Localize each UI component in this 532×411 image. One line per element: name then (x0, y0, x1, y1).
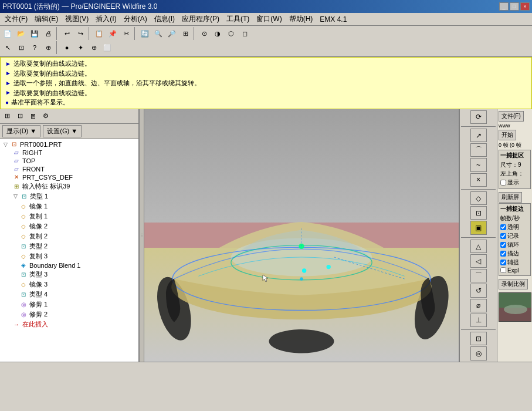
tb-orient[interactable]: ⊙ (198, 27, 211, 40)
rp-btn-7[interactable]: ⊡ (470, 206, 487, 220)
fr-record-check[interactable] (500, 233, 506, 239)
menu-emx[interactable]: EMX 4.1 (316, 14, 350, 25)
lt-btn-4[interactable]: ⚙ (40, 110, 52, 122)
tree-type2[interactable]: ⊡ 类型 2 (1, 241, 137, 251)
tb-copy[interactable]: 📋 (93, 27, 106, 40)
tree-top[interactable]: ▱ TOP (1, 157, 137, 165)
menu-insert[interactable]: 插入(I) (92, 13, 120, 25)
tree-mirror2[interactable]: ◇ 镜像 2 (1, 221, 137, 231)
arrow-icon-2: ► (5, 69, 11, 78)
menu-window[interactable]: 窗口(W) (253, 13, 285, 25)
rp-btn-15[interactable]: ⊡ (470, 332, 487, 345)
panel-resize-handle[interactable]: ⋮ (140, 109, 144, 362)
tree-mirror1[interactable]: ◇ 镜像 1 (1, 201, 137, 211)
tree-front[interactable]: ▱ FRONT (1, 165, 137, 173)
tree-insert[interactable]: → 在此插入 (1, 319, 137, 329)
fr-file-label[interactable]: 文件(F) (499, 111, 524, 122)
fr-record-button[interactable]: 录制比例 (499, 279, 528, 289)
rp-btn-12[interactable]: ↺ (470, 284, 487, 297)
tb-hidden[interactable]: ◻ (238, 27, 251, 40)
tree-mirror3[interactable]: ◇ 镜像 3 (1, 279, 137, 289)
tree-copy3[interactable]: ◇ 复制 3 (1, 251, 137, 261)
fr-frames-label: 0 帧 (0 帧 (499, 142, 521, 149)
rp-btn-3[interactable]: ⌒ (470, 143, 487, 157)
close-button[interactable]: × (520, 2, 530, 11)
menu-view[interactable]: 视图(V) (62, 13, 92, 25)
rp-btn-6[interactable]: ◇ (470, 191, 487, 205)
fr-capture2-title: 一捕捉边 (500, 205, 529, 213)
lt-btn-2[interactable]: ⊡ (14, 110, 26, 122)
menu-help[interactable]: 帮助(H) (286, 13, 317, 25)
tree-copy2[interactable]: ◇ 复制 2 (1, 231, 137, 241)
tb-print[interactable]: 🖨 (42, 27, 55, 40)
model-tree[interactable]: ▽ ⊡ PRT0001.PRT ▱ RIGHT ▱ TOP ▱ FRONT (0, 139, 138, 362)
rp-btn-9[interactable]: △ (470, 240, 487, 253)
tree-right[interactable]: ▱ RIGHT (1, 149, 137, 157)
tb-redo[interactable]: ↪ (74, 27, 87, 40)
tb-save[interactable]: 💾 (28, 27, 41, 40)
tree-trim2[interactable]: ◎ 修剪 2 (1, 309, 137, 319)
menu-file[interactable]: 文件(F) (1, 13, 31, 25)
fr-refresh-button[interactable]: 刷新屏 (499, 192, 522, 203)
tree-type1[interactable]: ▽ ⊡ 类型 1 (1, 191, 137, 201)
tb-zoom-in[interactable]: 🔍 (152, 27, 165, 40)
tree-root[interactable]: ▽ ⊡ PRT0001.PRT (1, 140, 137, 149)
rp-btn-4[interactable]: ~ (470, 158, 487, 171)
tb-csys[interactable]: ⊕ (87, 41, 100, 54)
tb-repaint[interactable]: 🔄 (138, 27, 151, 40)
fr-expl-check[interactable] (500, 267, 506, 273)
tb-query[interactable]: ? (28, 41, 41, 54)
lt-btn-3[interactable]: 🖹 (27, 110, 39, 122)
csys-icon: ✕ (12, 174, 21, 180)
rp-btn-10[interactable]: ◁ (470, 254, 487, 268)
rp-btn-11[interactable]: ⌒ (470, 269, 487, 282)
maximize-button[interactable]: □ (510, 2, 519, 11)
minimize-button[interactable]: _ (499, 2, 509, 11)
tb-shade[interactable]: ◑ (211, 27, 224, 40)
tree-type4[interactable]: ⊡ 类型 4 (1, 289, 137, 299)
tb-undo[interactable]: ↩ (60, 27, 73, 40)
fr-transparent-check[interactable] (500, 224, 506, 230)
rp-btn-1[interactable]: ⟳ (470, 110, 487, 124)
rp-btn-2[interactable]: ↗ (470, 129, 487, 142)
tb-new[interactable]: 📄 (1, 27, 14, 40)
tree-prt-csys[interactable]: ✕ PRT_CSYS_DEF (1, 173, 137, 181)
rp-btn-8[interactable]: ▣ (470, 221, 487, 234)
fr-assist-check[interactable] (500, 260, 506, 265)
tb-cut[interactable]: ✂ (120, 27, 133, 40)
menu-apps[interactable]: 应用程序(P) (178, 13, 223, 25)
tb-filter[interactable]: ⊡ (15, 41, 28, 54)
tree-copy1[interactable]: ◇ 复制 1 (1, 211, 137, 221)
menu-analysis[interactable]: 分析(A) (120, 13, 151, 25)
rp-btn-13[interactable]: ⌀ (470, 299, 487, 312)
tb-paste[interactable]: 📌 (106, 27, 119, 40)
tree-bb1[interactable]: ◈ Boundary Blend 1 (1, 261, 137, 269)
tb-wire[interactable]: ⬡ (225, 27, 238, 40)
tree-trim1[interactable]: ◎ 修剪 1 (1, 299, 137, 309)
viewport[interactable] (144, 109, 459, 362)
rp-btn-16[interactable]: ◎ (470, 346, 487, 360)
display-dropdown[interactable]: 显示(D) ▼ (2, 125, 40, 137)
rp-btn-14[interactable]: ⊥ (470, 314, 487, 327)
lt-btn-1[interactable]: ⊞ (1, 110, 13, 122)
tb-select[interactable]: ↖ (1, 41, 14, 54)
tb-open[interactable]: 📂 (15, 27, 28, 40)
menu-info[interactable]: 信息(I) (151, 13, 178, 25)
tree-csys-label: PRT_CSYS_DEF (22, 174, 73, 181)
menu-tools[interactable]: 工具(T) (223, 13, 253, 25)
rp-btn-5[interactable]: × (470, 173, 487, 187)
fr-display-check[interactable] (500, 180, 506, 186)
fr-trace-check[interactable] (500, 251, 506, 257)
tb-axis[interactable]: ✦ (74, 41, 87, 54)
tree-import[interactable]: ⊞ 输入特征 标识39 (1, 181, 137, 191)
tb-search[interactable]: ⊕ (42, 41, 55, 54)
tb-datum[interactable]: ● (60, 41, 73, 54)
tb-plane[interactable]: ⬜ (101, 41, 114, 54)
tb-fit[interactable]: ⊞ (179, 27, 192, 40)
menu-edit[interactable]: 编辑(E) (31, 13, 62, 25)
settings-dropdown[interactable]: 设置(G) ▼ (43, 125, 82, 137)
tb-zoom-out[interactable]: 🔎 (165, 27, 178, 40)
tree-type3[interactable]: ⊡ 类型 3 (1, 269, 137, 279)
fr-start-button[interactable]: 开始 (499, 130, 516, 140)
fr-loop-check[interactable] (500, 242, 506, 248)
